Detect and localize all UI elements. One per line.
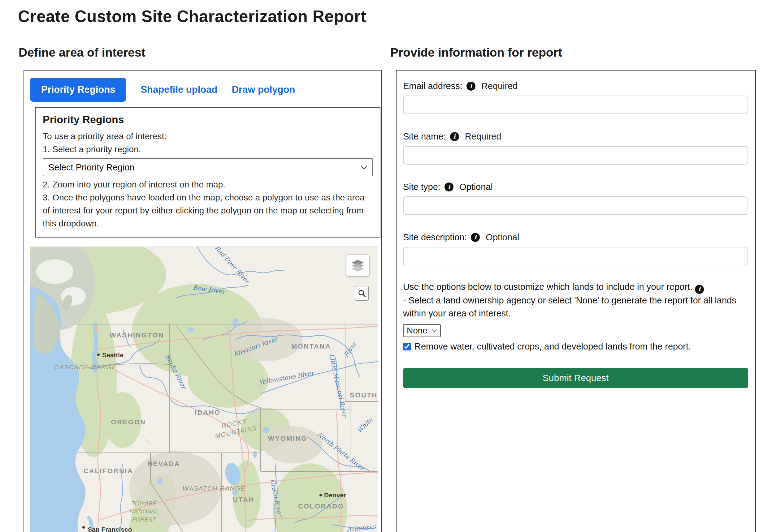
instructions-intro: To use a priority area of interest:: [43, 130, 373, 143]
email-requirement: Required: [481, 81, 518, 91]
map-label-idaho: IDAHO: [195, 409, 221, 416]
page-title: Create Custom Site Characterization Repo…: [18, 7, 366, 26]
tab-priority-regions[interactable]: Priority Regions: [30, 78, 126, 102]
site-type-label-row: Site type: i Optional: [403, 182, 748, 192]
map-layers-button[interactable]: [346, 254, 370, 277]
site-description-requirement: Optional: [486, 232, 519, 242]
instructions-step3: 3. Once the polygons have loaded on the …: [43, 191, 373, 230]
define-area-heading: Define area of interest: [19, 46, 145, 59]
map-label-denver: Denver: [324, 491, 346, 499]
lands-instruction: - Select a land ownership agency or sele…: [403, 294, 748, 320]
map-canvas[interactable]: WASHINGTON MONTANA OREGON IDAHO WYOMING …: [30, 247, 378, 532]
submit-request-button[interactable]: Submit Request: [403, 368, 748, 388]
map-label-california: CALIFORNIA: [84, 467, 133, 475]
map-label-toiyabe-2: NATIONAL: [129, 508, 158, 515]
chevron-down-icon: [432, 329, 437, 333]
agency-select[interactable]: None: [403, 324, 441, 337]
info-icon[interactable]: i: [444, 182, 453, 191]
map-label-wasatch-range: WASATCH RANGE: [182, 485, 245, 492]
site-description-label: Site description:: [403, 232, 467, 242]
map-label-colorado: COLORADO: [298, 502, 344, 510]
map-label-nevada: NEVADA: [147, 460, 180, 468]
remove-lands-checkbox-row: Remove water, cultivated crops, and deve…: [403, 341, 748, 352]
info-icon[interactable]: i: [466, 82, 475, 91]
provide-info-heading: Provide information for report: [390, 46, 562, 59]
site-description-label-row: Site description: i Optional: [403, 232, 748, 242]
map-search-button[interactable]: [355, 286, 369, 301]
instructions-step1: 1. Select a priority region.: [43, 143, 373, 156]
site-type-field[interactable]: [403, 196, 748, 215]
info-icon[interactable]: i: [450, 132, 459, 141]
site-name-label-row: Site name: i Required: [403, 131, 748, 142]
layers-icon: [351, 259, 365, 272]
instructions-step2: 2. Zoom into your region of interest on …: [43, 178, 373, 191]
report-info-panel: Email address: i Required Site name: i R…: [396, 70, 756, 532]
priority-region-select-value: Select Priority Region: [48, 162, 135, 173]
tab-draw-polygon[interactable]: Draw polygon: [232, 78, 295, 102]
site-type-label: Site type:: [403, 182, 440, 192]
priority-regions-instructions: Priority Regions To use a priority area …: [35, 107, 380, 238]
info-icon[interactable]: i: [471, 233, 480, 242]
map-label-toiyabe-3: FOREST: [132, 516, 156, 523]
remove-lands-checkbox-label: Remove water, cultivated crops, and deve…: [414, 341, 691, 352]
email-label-row: Email address: i Required: [403, 81, 748, 91]
remove-lands-checkbox[interactable]: [403, 343, 411, 350]
map-label-utah: UTAH: [233, 496, 254, 504]
aoi-tab-bar: Priority Regions Shapefile upload Draw p…: [30, 78, 381, 102]
site-description-field[interactable]: [403, 247, 748, 265]
map-container: WASHINGTON MONTANA OREGON IDAHO WYOMING …: [30, 247, 378, 532]
lands-options-text: Use the options below to customize which…: [403, 280, 748, 320]
map-label-oregon: OREGON: [111, 418, 146, 426]
site-name-field[interactable]: [403, 146, 748, 165]
map-label-south-dakota: SOUTH: [350, 391, 378, 399]
define-area-panel: Priority Regions Shapefile upload Draw p…: [24, 70, 382, 532]
email-field[interactable]: [403, 96, 748, 114]
map-label-washington: WASHINGTON: [109, 331, 164, 339]
map-label-wyoming: WYOMING: [268, 435, 307, 442]
tab-shapefile-upload[interactable]: Shapefile upload: [140, 78, 217, 102]
lands-intro: Use the options below to customize which…: [403, 282, 693, 292]
agency-select-value: None: [407, 326, 427, 336]
chevron-down-icon: [361, 165, 367, 169]
map-label-montana: MONTANA: [291, 342, 331, 350]
info-icon[interactable]: i: [695, 285, 704, 294]
instructions-title: Priority Regions: [43, 114, 373, 126]
site-name-label: Site name:: [403, 131, 446, 142]
map-label-toiyabe-1: TOIYABE: [131, 500, 156, 507]
map-label-san-francisco: San Francisco: [88, 526, 132, 532]
map-label-cascade-range: CASCADE RANGE: [54, 363, 117, 371]
site-name-requirement: Required: [465, 131, 501, 142]
map-label-seattle: Seattle: [102, 351, 123, 358]
email-label: Email address:: [403, 81, 462, 91]
search-icon: [358, 289, 366, 297]
site-type-requirement: Optional: [459, 182, 493, 192]
priority-region-select[interactable]: Select Priority Region: [43, 158, 373, 176]
